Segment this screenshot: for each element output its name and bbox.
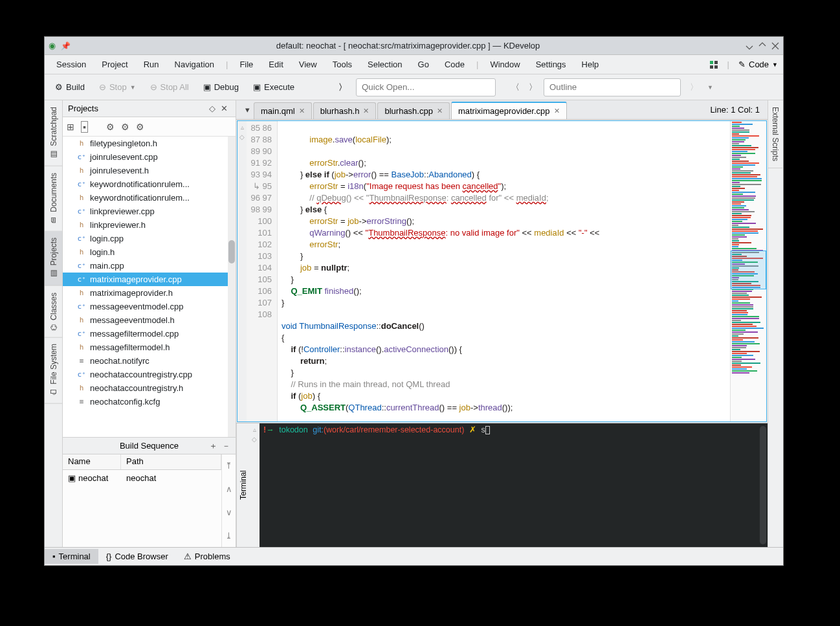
file-item[interactable]: hneochataccountregistry.h [63,381,236,395]
file-item[interactable]: hmatriximageprovider.h [63,286,236,300]
menu-help[interactable]: Help [575,57,606,72]
menu-go[interactable]: Go [412,57,436,72]
file-item[interactable]: c⁺messageeventmodel.cpp [63,300,236,313]
tab-matriximageprovider[interactable]: matriximageprovider.cpp✕ [451,102,567,119]
minimize-button[interactable] [746,42,753,50]
menu-view[interactable]: View [293,57,324,72]
nav-forward-icon[interactable]: 〉 [333,82,352,93]
build-button[interactable]: ⚙Build [50,80,90,95]
code-area[interactable]: image.save(localFile); errorStr.clear();… [278,121,730,421]
chevron-down-icon[interactable]: ▼ [707,84,713,91]
gear-icon[interactable]: ⚙ [121,122,129,132]
menu-file[interactable]: File [233,57,260,72]
rail-documents[interactable]: 🗎Documents [45,166,62,232]
file-item[interactable]: c⁺linkpreviewer.cpp [63,205,236,218]
tab-blurhash-cpp[interactable]: blurhash.cpp✕ [377,102,449,119]
menu-settings[interactable]: Settings [529,57,573,72]
file-item[interactable]: c⁺main.cpp [63,259,236,273]
file-item[interactable]: c⁺login.cpp [63,232,236,245]
editor-mark-strip[interactable]: ▵◇ [238,121,247,421]
close-panel-icon[interactable]: ✕ [218,104,230,113]
menu-tools[interactable]: Tools [326,57,359,72]
maximize-button[interactable] [758,42,766,50]
close-tab-icon[interactable]: ✕ [299,107,305,115]
pin-icon[interactable]: 📌 [61,41,71,50]
terminal-tab[interactable]: Terminal [236,423,249,547]
apps-icon[interactable] [709,60,718,69]
close-tab-icon[interactable]: ✕ [554,107,560,115]
col-name[interactable]: Name [63,454,121,469]
menu-run[interactable]: Run [137,57,166,72]
close-button[interactable] [771,42,779,50]
close-tab-icon[interactable]: ✕ [363,107,369,115]
stop-button[interactable]: ⊖Stop▼ [94,80,141,95]
gear-icon[interactable]: ⚙ [136,122,144,132]
file-item[interactable]: hlogin.h [63,245,236,259]
terminal-mark-strip[interactable]: ▵◇ [249,423,260,547]
menu-code[interactable]: Code [438,57,471,72]
file-item[interactable]: c⁺keywordnotificationrulem... [63,177,236,191]
file-item[interactable]: c⁺joinrulesevent.cpp [63,150,236,164]
menu-project[interactable]: Project [95,57,134,72]
status-problems[interactable]: ⚠Problems [176,549,238,564]
move-up-icon[interactable]: ∧ [222,478,236,501]
file-tree[interactable]: hfiletypesingleton.hc⁺joinrulesevent.cpp… [63,137,236,437]
file-item[interactable]: hfiletypesingleton.h [63,137,236,150]
file-name: messagefiltermodel.cpp [90,329,179,339]
debug-button[interactable]: ▣Debug [198,80,244,95]
stop-all-button[interactable]: ⊖Stop All [145,80,194,95]
minimap[interactable] [730,121,766,421]
focus-icon[interactable]: ▪ [81,121,88,133]
menu-window[interactable]: Window [483,57,526,72]
file-item[interactable]: hlinkpreviewer.h [63,218,236,232]
menu-edit[interactable]: Edit [262,57,289,72]
outline-prev-icon[interactable]: 〈 [509,82,522,93]
editor[interactable]: ▵◇ 85 86 87 88 89 90 91 92 93 94 ↳ 95 96… [237,120,767,422]
menu-navigation[interactable]: Navigation [168,57,221,72]
execute-button[interactable]: ▣Execute [248,80,300,95]
tab-blurhash-h[interactable]: blurhash.h✕ [313,102,377,119]
status-code-browser[interactable]: {}Code Browser [98,549,176,564]
scrollbar[interactable] [760,426,766,544]
rail-scratchpad[interactable]: ▤Scratchpad [45,100,62,166]
remove-icon[interactable]: － [222,440,230,452]
rail-classes[interactable]: ⌬Classes [45,286,62,338]
close-tab-icon[interactable]: ✕ [437,107,443,115]
file-item[interactable]: ≡neochatconfig.kcfg [63,395,236,408]
col-path[interactable]: Path [121,454,221,469]
rail-external-scripts[interactable]: External Scripts [768,100,782,168]
file-item[interactable]: hkeywordnotificationrulem... [63,191,236,205]
file-item[interactable]: hmessagefiltermodel.h [63,341,236,354]
terminal[interactable]: !→ tokodon git:(work/carl/remember-selec… [260,423,768,547]
scrollbar-thumb[interactable] [228,240,235,263]
code-area-button[interactable]: ✎ Code ▼ [738,60,778,69]
outline-next-icon[interactable]: 〉 [526,82,540,93]
file-item[interactable]: c⁺neochataccountregistry.cpp [63,368,236,381]
file-item[interactable]: hmessageeventmodel.h [63,313,236,327]
file-item[interactable]: c⁺matriximageprovider.cpp [63,273,236,286]
gear-icon[interactable]: ⚙ [106,122,115,132]
build-seq-row[interactable]: ▣neochat neochat [63,470,221,486]
tab-main-qml[interactable]: main.qml✕ [254,102,312,119]
file-item[interactable]: c⁺messagefiltermodel.cpp [63,327,236,341]
detach-icon[interactable]: ◇ [206,104,218,113]
menu-session[interactable]: Session [50,57,93,72]
quick-open-input[interactable] [356,78,496,96]
tab-history-icon[interactable]: ▾ [241,105,254,115]
move-bottom-icon[interactable]: ⤓ [222,524,236,547]
scrollbar[interactable] [228,137,236,437]
menu-selection[interactable]: Selection [361,57,408,72]
file-item[interactable]: hjoinrulesevent.h [63,164,236,177]
move-down-icon[interactable]: ∨ [222,501,236,524]
file-item[interactable]: ≡neochat.notifyrc [63,354,236,368]
move-top-icon[interactable]: ⤒ [222,454,236,478]
add-icon[interactable]: ＋ [209,440,217,452]
projects-title: Projects [68,104,206,113]
tree-icon[interactable]: ⊞ [67,122,74,132]
nav-end-icon[interactable]: 〉 [685,82,703,93]
minimap-viewport[interactable] [731,251,766,289]
rail-filesystem[interactable]: 🗀File System [45,337,62,404]
rail-projects[interactable]: ▥Projects [45,231,62,285]
outline-input[interactable] [544,78,681,96]
status-terminal[interactable]: ▪Terminal [45,549,98,564]
